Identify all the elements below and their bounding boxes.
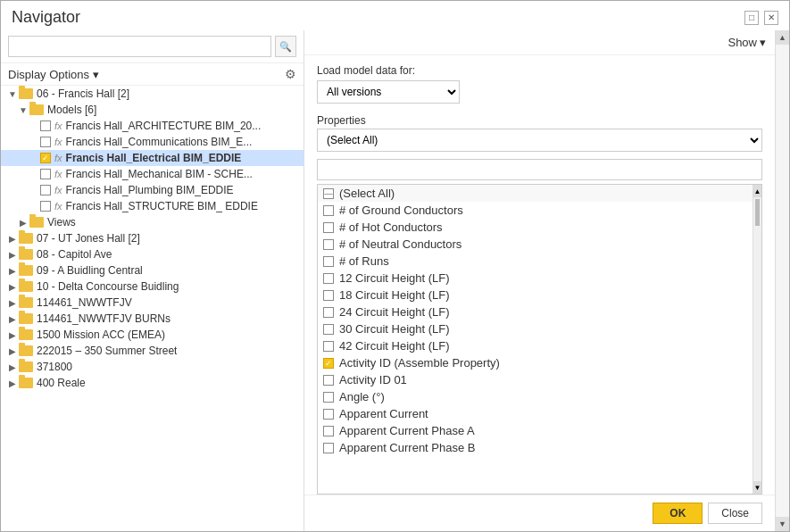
properties-dropdown[interactable]: (Select All) (317, 129, 762, 152)
prop-checkbox-activity01[interactable] (323, 375, 334, 386)
tree-item-folder-views[interactable]: ▶ Views (1, 214, 304, 230)
prop-checkbox-circuit12[interactable] (323, 273, 334, 284)
tree-item-folder-400[interactable]: ▶ 400 Reale (1, 375, 304, 391)
show-arrow: ▾ (760, 36, 766, 49)
prop-scroll-thumb[interactable] (755, 199, 760, 226)
tree-item-label: 400 Reale (37, 377, 86, 389)
prop-item-activity01[interactable]: Activity ID 01 (318, 371, 753, 388)
tree-item-checkbox[interactable] (40, 121, 51, 131)
search-button[interactable]: 🔍 (275, 36, 296, 57)
prop-checkbox-apparent-a[interactable] (323, 426, 334, 436)
tree-item-folder-222[interactable]: ▶ 222015 – 350 Summer Street (1, 343, 304, 359)
tree-item-label: Francis Hall_Plumbing BIM_EDDIE (66, 184, 234, 196)
prop-checkbox-circuit18[interactable] (323, 290, 334, 301)
tree-item-checkbox[interactable] (40, 153, 51, 163)
tree-item-folder-114a[interactable]: ▶ 114461_NWWTFJV (1, 295, 304, 311)
tree-item-file-plumb[interactable]: fx Francis Hall_Plumbing BIM_EDDIE (1, 182, 304, 198)
prop-item-select-all[interactable]: (Select All) (318, 185, 753, 202)
tree-item-folder-1500[interactable]: ▶ 1500 Mission ACC (EMEA) (1, 327, 304, 343)
tree-item-checkbox[interactable] (40, 201, 51, 212)
prop-item-apparent[interactable]: Apparent Current (318, 405, 753, 422)
tree-item-folder-09[interactable]: ▶ 09 - A Buidling Central (1, 262, 304, 278)
prop-item-hot[interactable]: # of Hot Conductors (318, 219, 753, 236)
expand-arrow: ▶ (8, 266, 17, 276)
prop-checkbox-apparent[interactable] (323, 409, 334, 420)
tree-item-folder-371[interactable]: ▶ 371800 (1, 359, 304, 375)
expand-arrow: ▶ (8, 378, 17, 388)
version-select[interactable]: All versions Latest version Specific ver… (317, 80, 460, 104)
prop-checkbox-select-all[interactable] (323, 188, 334, 199)
folder-icon (19, 281, 33, 292)
window-controls: □ ✕ (744, 11, 778, 25)
prop-checkbox-runs[interactable] (323, 256, 334, 267)
prop-checkbox-circuit42[interactable] (323, 341, 334, 352)
tree-item-label: 114461_NWWTFJV (37, 296, 132, 309)
prop-item-circuit30[interactable]: 30 Circuit Height (LF) (318, 320, 753, 337)
tree-item-checkbox[interactable] (40, 185, 51, 195)
fx-label: fx (54, 169, 62, 179)
expand-arrow: ▼ (19, 105, 28, 115)
show-button[interactable]: Show ▾ (728, 36, 766, 49)
properties-search-input[interactable] (317, 159, 762, 180)
ok-button[interactable]: OK (653, 503, 703, 524)
tree-item-file-struct[interactable]: fx Francis Hall_STRUCTURE BIM_ EDDIE (1, 198, 304, 214)
tree-item-folder-08[interactable]: ▶ 08 - Capitol Ave (1, 246, 304, 262)
fx-label: fx (54, 185, 62, 195)
folder-icon (19, 265, 33, 276)
toolbar-settings-icon[interactable]: ⚙ (285, 67, 296, 81)
prop-label: Apparent Current (339, 407, 428, 420)
prop-checkbox-apparent-b[interactable] (323, 443, 334, 453)
prop-checkbox-circuit30[interactable] (323, 324, 334, 335)
prop-checkbox-angle[interactable] (323, 392, 334, 403)
prop-label: 18 Circuit Height (LF) (339, 288, 450, 302)
close-button[interactable]: ✕ (764, 11, 778, 25)
search-bar: 🔍 (1, 30, 304, 63)
load-model-label: Load model data for: (317, 64, 762, 77)
prop-checkbox-ground[interactable] (323, 205, 334, 216)
toolbar: Display Options ▾ ⚙ (1, 63, 304, 86)
navigator-window: Navigator □ ✕ 🔍 Display Options ▾ ⚙ (0, 0, 790, 532)
tree-item-folder-10[interactable]: ▶ 10 - Delta Concourse Buidling (1, 278, 304, 295)
expand-arrow (29, 186, 38, 195)
right-scroll-up-btn[interactable]: ▲ (776, 30, 789, 45)
tree-item-folder-models[interactable]: ▼ Models [6] (1, 102, 304, 118)
expand-arrow (29, 121, 38, 131)
tree-item-file-elec[interactable]: fx Francis Hall_Electrical BIM_EDDIE (1, 150, 304, 166)
prop-item-circuit12[interactable]: 12 Circuit Height (LF) (318, 270, 753, 287)
display-options-arrow: ▾ (93, 68, 99, 81)
prop-item-circuit42[interactable]: 42 Circuit Height (LF) (318, 337, 753, 354)
tree-item-file-comm[interactable]: fx Francis Hall_Communications BIM_E... (1, 134, 304, 150)
display-options-button[interactable]: Display Options ▾ (8, 68, 99, 81)
tree-item-folder-06[interactable]: ▼ 06 - Francis Hall [2] (1, 86, 304, 102)
search-input[interactable] (8, 36, 271, 57)
right-scroll-down-btn[interactable]: ▼ (776, 517, 789, 531)
prop-item-apparent-b[interactable]: Apparent Current Phase B (318, 439, 753, 456)
tree-item-folder-07[interactable]: ▶ 07 - UT Jones Hall [2] (1, 230, 304, 246)
tree-item-checkbox[interactable] (40, 169, 51, 179)
prop-checkbox-circuit24[interactable] (323, 307, 334, 318)
prop-item-angle[interactable]: Angle (°) (318, 388, 753, 405)
tree-item-label: 114461_NWWTFJV BURNs (37, 312, 170, 325)
prop-checkbox-hot[interactable] (323, 222, 334, 233)
tree-item-file-arch[interactable]: fx Francis Hall_ARCHITECTURE BIM_20... (1, 118, 304, 134)
tree-item-file-mech[interactable]: fx Francis Hall_Mechanical BIM - SCHE... (1, 166, 304, 182)
prop-scroll-up[interactable]: ▲ (753, 185, 761, 197)
prop-item-apparent-a[interactable]: Apparent Current Phase A (318, 422, 753, 439)
prop-item-circuit18[interactable]: 18 Circuit Height (LF) (318, 287, 753, 303)
tree-item-label: 371800 (37, 361, 72, 373)
prop-scroll-down[interactable]: ▼ (753, 481, 761, 494)
prop-label: Angle (°) (339, 390, 385, 403)
prop-checkbox-activity-assemble[interactable] (323, 358, 334, 369)
tree-item-folder-114b[interactable]: ▶ 114461_NWWTFJV BURNs (1, 311, 304, 327)
close-panel-button[interactable]: Close (708, 503, 762, 524)
prop-checkbox-neutral[interactable] (323, 239, 334, 250)
prop-item-ground[interactable]: # of Ground Conductors (318, 202, 753, 219)
tree-item-label: Francis Hall_Mechanical BIM - SCHE... (66, 168, 253, 180)
prop-scroll-track (753, 197, 761, 481)
minimize-button[interactable]: □ (744, 11, 759, 25)
prop-item-circuit24[interactable]: 24 Circuit Height (LF) (318, 303, 753, 320)
prop-item-runs[interactable]: # of Runs (318, 253, 753, 270)
tree-item-checkbox[interactable] (40, 137, 51, 147)
prop-item-neutral[interactable]: # of Neutral Conductors (318, 236, 753, 253)
prop-item-activity-assemble[interactable]: Activity ID (Assemble Property) (318, 354, 753, 371)
